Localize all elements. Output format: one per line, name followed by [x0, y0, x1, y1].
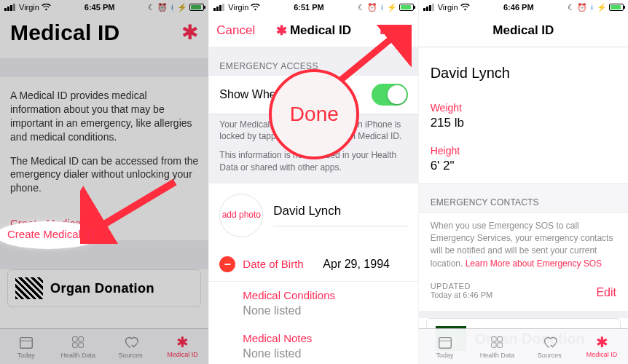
- updated-value: Today at 6:46 PM: [431, 290, 493, 299]
- tab-today[interactable]: Today: [419, 329, 471, 364]
- dob-label: Date of Birth: [243, 258, 315, 270]
- create-medical-id-button-overlay[interactable]: Create Medical ID: [7, 228, 95, 240]
- signal-icon: [423, 4, 434, 11]
- svg-rect-6: [439, 338, 451, 349]
- svg-rect-11: [498, 343, 502, 347]
- svg-rect-8: [492, 337, 496, 341]
- emergency-contacts-note: When you use Emergency SOS to call Emerg…: [419, 213, 628, 274]
- remove-dob-button[interactable]: –: [219, 256, 235, 272]
- dob-row[interactable]: – Date of Birth Apr 29, 1994: [209, 248, 417, 282]
- status-bar: Virgin 6:45 PM ☾ ⏰ ᚼ ⚡: [0, 0, 208, 15]
- status-time: 6:46 PM: [503, 3, 534, 12]
- moon-icon: ☾: [148, 3, 155, 12]
- calendar-icon: [18, 334, 34, 350]
- moon-icon: ☾: [358, 3, 365, 12]
- weight-row: Weight 215 lb: [419, 98, 628, 141]
- alarm-icon: ⏰: [157, 3, 168, 12]
- lightning-icon: ⚡: [387, 3, 397, 12]
- star-icon: ✱: [276, 24, 287, 37]
- svg-rect-5: [79, 343, 83, 347]
- weight-value: 215 lb: [431, 116, 464, 130]
- status-bar: Virgin 6:51 PM ☾ ⏰ ᚼ ⚡: [209, 0, 417, 15]
- battery-icon: [609, 4, 624, 11]
- svg-rect-10: [492, 343, 496, 347]
- nav-title: Medical ID: [492, 23, 554, 38]
- edit-button[interactable]: Edit: [596, 286, 616, 299]
- wifi-icon: [460, 4, 470, 11]
- bluetooth-icon: ᚼ: [170, 3, 175, 12]
- organ-donation-card[interactable]: Organ Donation: [7, 269, 201, 307]
- status-time: 6:51 PM: [294, 3, 324, 12]
- tab-bar: Today Health Data Sources ✱ Medical ID: [0, 328, 208, 364]
- calendar-icon: [437, 334, 453, 350]
- tab-bar: Today Health Data Sources ✱ Medical ID: [419, 328, 628, 364]
- name-input[interactable]: David Lynch: [273, 204, 407, 226]
- tab-health-data[interactable]: Health Data: [471, 329, 523, 364]
- star-icon: ✱: [176, 335, 189, 349]
- sources-icon: [122, 334, 138, 350]
- svg-line-12: [93, 182, 175, 231]
- moon-icon: ☾: [568, 3, 575, 12]
- learn-more-link[interactable]: Learn More about Emergency SOS: [466, 258, 602, 269]
- tab-medical-id[interactable]: ✱ Medical ID: [576, 329, 628, 364]
- signal-icon: [4, 4, 15, 11]
- dob-value: Apr 29, 1994: [323, 258, 390, 271]
- carrier-label: Virgin: [19, 3, 39, 12]
- tab-medical-id[interactable]: ✱ Medical ID: [157, 329, 209, 364]
- battery-icon: [189, 4, 204, 11]
- person-name: David Lynch: [419, 47, 628, 98]
- status-time: 6:45 PM: [85, 3, 115, 12]
- cancel-button[interactable]: Cancel: [216, 23, 255, 38]
- tab-sources[interactable]: Sources: [523, 329, 576, 364]
- battery-icon: [399, 4, 414, 11]
- grid-icon: [70, 334, 86, 350]
- signal-icon: [213, 4, 224, 11]
- lightning-icon: ⚡: [597, 3, 607, 12]
- nav-bar: Medical ID: [419, 15, 628, 47]
- donate-life-badge-icon: [15, 277, 43, 299]
- tab-health-data[interactable]: Health Data: [52, 329, 105, 364]
- svg-rect-2: [73, 337, 77, 341]
- bluetooth-icon: ᚼ: [380, 3, 385, 12]
- medical-id-star-icon: ✱: [181, 23, 198, 43]
- medical-conditions-row[interactable]: Medical Conditions None listed: [209, 282, 417, 325]
- grid-icon: [489, 334, 505, 350]
- height-label: Height: [431, 145, 616, 157]
- intro-paragraph-1: A Medical ID provides medical informatio…: [10, 89, 198, 144]
- tab-sources[interactable]: Sources: [104, 329, 157, 364]
- star-icon: ✱: [596, 335, 608, 349]
- carrier-label: Virgin: [228, 3, 248, 12]
- bluetooth-icon: ᚼ: [589, 3, 594, 12]
- medical-notes-row[interactable]: Medical Notes None listed: [209, 325, 417, 364]
- sources-icon: [541, 334, 557, 350]
- alarm-icon: ⏰: [367, 3, 377, 12]
- emergency-contacts-header: EMERGENCY CONTACTS: [419, 183, 628, 213]
- organ-donation-title: Organ Donation: [50, 281, 154, 296]
- alarm-icon: ⏰: [577, 3, 587, 12]
- wifi-icon: [42, 4, 51, 11]
- carrier-label: Virgin: [438, 3, 458, 12]
- svg-rect-4: [73, 343, 77, 347]
- tab-today[interactable]: Today: [0, 329, 52, 364]
- status-bar: Virgin 6:46 PM ☾ ⏰ ᚼ ⚡: [419, 0, 628, 15]
- updated-label: UPDATED: [431, 282, 493, 290]
- annotation-arrow-to-create: [80, 178, 182, 244]
- svg-rect-9: [498, 337, 502, 341]
- screen-view: Virgin 6:46 PM ☾ ⏰ ᚼ ⚡ Medical ID David …: [419, 0, 628, 364]
- page-title: Medical ID: [10, 20, 119, 45]
- height-value: 6' 2": [431, 159, 455, 173]
- add-photo-button[interactable]: add photo: [219, 194, 263, 237]
- wifi-icon: [251, 4, 260, 11]
- annotation-done-bubble: Done: [269, 69, 359, 159]
- svg-rect-0: [20, 338, 33, 349]
- svg-rect-3: [79, 337, 83, 341]
- height-row: Height 6' 2": [419, 141, 628, 183]
- weight-label: Weight: [431, 102, 616, 114]
- lightning-icon: ⚡: [177, 3, 187, 12]
